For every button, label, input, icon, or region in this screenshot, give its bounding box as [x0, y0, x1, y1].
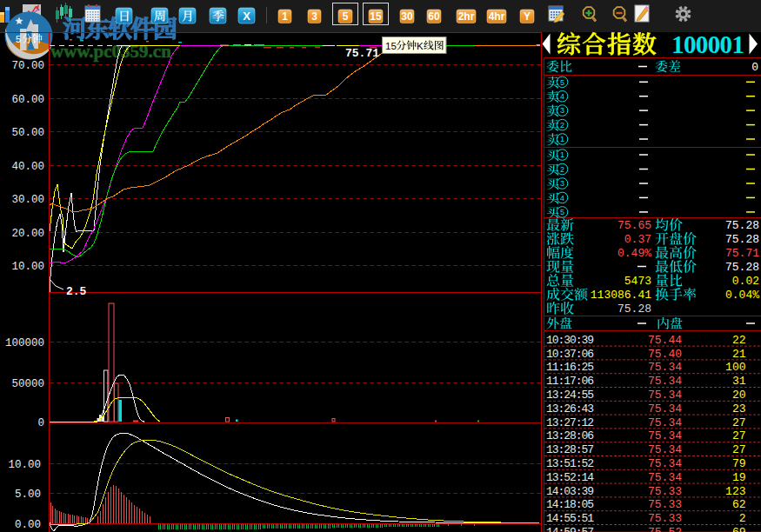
svg-text:13:28:06: 13:28:06: [546, 429, 594, 442]
svg-text:75.33: 75.33: [648, 512, 682, 525]
svg-text:50.00: 50.00: [11, 127, 44, 139]
svg-text:11:16:25: 11:16:25: [546, 361, 594, 374]
svg-text:27: 27: [732, 443, 746, 456]
svg-text:30.00: 30.00: [11, 194, 44, 206]
svg-text:10.00: 10.00: [8, 459, 41, 471]
svg-text:27: 27: [732, 429, 746, 442]
svg-text:5.00: 5.00: [15, 489, 41, 501]
svg-text:75.33: 75.33: [648, 485, 682, 498]
svg-text:70.00: 70.00: [11, 60, 44, 72]
svg-text:13:51:52: 13:51:52: [546, 457, 594, 470]
svg-text:75.34: 75.34: [648, 402, 682, 416]
svg-text:0.04%: 0.04%: [725, 289, 759, 302]
svg-text:79: 79: [732, 457, 746, 470]
svg-text:5: 5: [16, 34, 21, 44]
svg-text:75.34: 75.34: [648, 375, 682, 388]
svg-text:10.00: 10.00: [11, 261, 44, 273]
svg-text:14:18:05: 14:18:05: [546, 498, 594, 511]
svg-text:75.34: 75.34: [648, 429, 682, 442]
svg-text:69: 69: [732, 526, 746, 532]
svg-text:75.71: 75.71: [345, 47, 379, 60]
svg-text:20.00: 20.00: [11, 228, 44, 240]
svg-text:0.37: 0.37: [624, 233, 651, 246]
svg-text:75.28: 75.28: [725, 219, 759, 232]
svg-text:75.40: 75.40: [648, 348, 682, 361]
svg-text:75.34: 75.34: [648, 443, 682, 456]
svg-text:4: 4: [560, 92, 564, 101]
svg-text:4hr: 4hr: [489, 10, 505, 23]
svg-text:60.00: 60.00: [11, 94, 44, 106]
svg-text:10:30:39: 10:30:39: [546, 334, 594, 347]
svg-text:100000: 100000: [5, 337, 44, 349]
svg-text:14:59:57: 14:59:57: [546, 526, 594, 532]
svg-text:Y: Y: [524, 10, 531, 23]
svg-text:75.34: 75.34: [648, 361, 682, 374]
svg-text:30: 30: [401, 10, 413, 23]
svg-text:0.49%: 0.49%: [617, 247, 651, 260]
svg-text:31: 31: [732, 375, 746, 388]
svg-text:75.28: 75.28: [617, 303, 651, 316]
svg-text:14:55:51: 14:55:51: [546, 512, 594, 525]
svg-text:13:52:14: 13:52:14: [546, 471, 594, 484]
svg-text:5: 5: [560, 78, 564, 87]
svg-text:22: 22: [732, 334, 746, 347]
svg-text:5: 5: [343, 10, 349, 23]
svg-text:75.28: 75.28: [725, 233, 759, 246]
svg-text:2: 2: [560, 121, 564, 130]
svg-text:2: 2: [560, 165, 564, 174]
svg-text:5: 5: [560, 208, 564, 216]
svg-text:0.00: 0.00: [15, 519, 41, 531]
svg-text:13:27:12: 13:27:12: [546, 416, 594, 429]
svg-text:11:17:06: 11:17:06: [546, 375, 594, 388]
svg-text:40.00: 40.00: [11, 161, 44, 173]
svg-text:75.28: 75.28: [725, 261, 759, 274]
svg-text:3: 3: [560, 106, 564, 115]
svg-text:100001: 100001: [671, 30, 744, 58]
svg-text:60: 60: [428, 10, 440, 23]
svg-text:0.02: 0.02: [732, 275, 759, 288]
svg-text:13:24:55: 13:24:55: [546, 389, 594, 402]
svg-text:2hr: 2hr: [458, 10, 475, 23]
svg-text:62: 62: [732, 498, 746, 511]
svg-text:1: 1: [560, 150, 564, 159]
svg-text:20: 20: [732, 389, 746, 402]
svg-text:0: 0: [37, 417, 44, 429]
svg-text:100: 100: [725, 361, 745, 374]
svg-text:75.34: 75.34: [648, 389, 682, 402]
svg-text:75.52: 75.52: [648, 526, 682, 532]
svg-text:2.5: 2.5: [66, 285, 87, 298]
svg-text:75.34: 75.34: [648, 471, 682, 484]
svg-text:75.44: 75.44: [648, 334, 682, 347]
svg-text:14:03:39: 14:03:39: [546, 485, 594, 498]
svg-text:21: 21: [732, 348, 746, 361]
svg-text:X: X: [243, 10, 250, 23]
svg-text:15: 15: [385, 41, 397, 51]
svg-text:113086.41: 113086.41: [591, 289, 651, 302]
svg-text:75.33: 75.33: [648, 498, 682, 511]
svg-text:5473: 5473: [624, 275, 651, 288]
svg-text:3: 3: [311, 10, 317, 23]
svg-text:75.34: 75.34: [648, 457, 682, 470]
svg-text:15: 15: [370, 10, 382, 23]
svg-text:www.pc0359.cn: www.pc0359.cn: [50, 41, 171, 62]
svg-text:23: 23: [732, 402, 746, 416]
svg-text:3: 3: [560, 179, 564, 188]
svg-text:0: 0: [751, 61, 758, 74]
svg-text:123: 123: [725, 485, 745, 498]
svg-text:1: 1: [282, 10, 288, 23]
svg-text:19: 19: [732, 471, 746, 484]
svg-text:13:28:57: 13:28:57: [546, 443, 594, 456]
svg-text:K: K: [417, 41, 424, 51]
svg-text:2: 2: [739, 512, 746, 525]
svg-text:50000: 50000: [11, 378, 44, 390]
svg-text:1: 1: [560, 135, 564, 143]
svg-text:75.65: 75.65: [617, 219, 651, 232]
svg-text:75.34: 75.34: [648, 416, 682, 429]
svg-text:4: 4: [560, 194, 564, 203]
svg-text:10:37:06: 10:37:06: [546, 348, 594, 361]
svg-text:75.71: 75.71: [725, 247, 759, 260]
svg-text:13:26:43: 13:26:43: [546, 402, 594, 416]
svg-text:27: 27: [732, 416, 746, 429]
